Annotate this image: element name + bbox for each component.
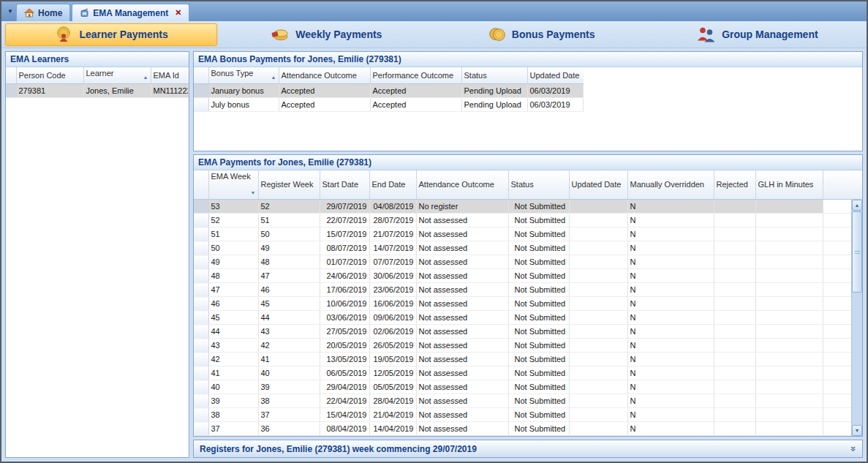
- bonus-payments-button[interactable]: Bonus Payments: [436, 23, 648, 46]
- cell[interactable]: 49: [208, 255, 258, 269]
- cell[interactable]: 08/04/2019: [320, 422, 369, 436]
- table-row[interactable]: 424113/05/201919/05/2019Not assessedNot …: [194, 353, 851, 366]
- cell[interactable]: 29/04/2019: [320, 380, 369, 394]
- row-selector[interactable]: [194, 422, 208, 436]
- cell[interactable]: 37: [258, 408, 320, 422]
- cell[interactable]: [755, 241, 823, 255]
- cell[interactable]: Not Submitted: [508, 408, 569, 422]
- cell[interactable]: [569, 353, 627, 366]
- cell[interactable]: 21/07/2019: [369, 227, 416, 241]
- cell[interactable]: [569, 394, 627, 408]
- cell[interactable]: [569, 422, 627, 436]
- cell[interactable]: 39: [208, 394, 258, 408]
- cell[interactable]: 28/07/2019: [369, 214, 416, 227]
- cell[interactable]: [569, 408, 627, 422]
- table-row[interactable]: 373608/04/201914/04/2019Not assessedNot …: [194, 422, 851, 436]
- scrollbar-down-icon[interactable]: ▼: [852, 425, 862, 436]
- cell[interactable]: 30/06/2019: [369, 269, 416, 283]
- cell[interactable]: N: [627, 408, 714, 422]
- table-row[interactable]: 434220/05/201926/05/2019Not assessedNot …: [194, 339, 851, 353]
- row-selector[interactable]: [194, 394, 208, 408]
- cell[interactable]: 07/07/2019: [369, 255, 416, 269]
- cell[interactable]: 46: [208, 297, 258, 311]
- cell[interactable]: 47: [208, 283, 258, 297]
- cell[interactable]: 36: [258, 422, 320, 436]
- cell[interactable]: [714, 353, 755, 366]
- cell[interactable]: [714, 297, 755, 311]
- row-selector-header[interactable]: [194, 170, 208, 200]
- row-selector[interactable]: [194, 227, 208, 241]
- cell[interactable]: 53: [208, 200, 258, 214]
- cell[interactable]: Not assessed: [416, 255, 508, 269]
- cell[interactable]: [714, 394, 755, 408]
- cell[interactable]: Not Submitted: [508, 269, 569, 283]
- row-selector[interactable]: [194, 408, 208, 422]
- cell[interactable]: [755, 214, 823, 227]
- cell[interactable]: 26/05/2019: [369, 339, 416, 353]
- cell[interactable]: 08/07/2019: [320, 241, 369, 255]
- cell[interactable]: [714, 200, 755, 214]
- cell[interactable]: 51: [208, 227, 258, 241]
- vertical-scrollbar[interactable]: ▲ ▼: [851, 200, 862, 436]
- cell[interactable]: [714, 339, 755, 353]
- row-selector[interactable]: [194, 436, 208, 437]
- cell[interactable]: N: [627, 422, 714, 436]
- row-selector[interactable]: [194, 325, 208, 339]
- table-row[interactable]: 383715/04/201921/04/2019Not assessedNot …: [194, 408, 851, 422]
- column-header-status[interactable]: Status: [508, 170, 569, 200]
- cell[interactable]: [755, 311, 823, 325]
- cell[interactable]: Not assessed: [416, 325, 508, 339]
- row-selector[interactable]: [194, 255, 208, 269]
- cell[interactable]: 02/06/2019: [369, 325, 416, 339]
- column-header-updated-date[interactable]: Updated Date: [527, 67, 584, 84]
- cell[interactable]: N: [627, 325, 714, 339]
- table-row[interactable]: 279381Jones, EmilieMN111222: [6, 84, 189, 98]
- cell[interactable]: No register: [416, 200, 508, 214]
- cell[interactable]: 46: [258, 283, 320, 297]
- cell[interactable]: [714, 422, 755, 436]
- table-row[interactable]: 444327/05/201902/06/2019Not assessedNot …: [194, 325, 851, 339]
- cell[interactable]: [755, 422, 823, 436]
- cell[interactable]: Not Submitted: [508, 283, 569, 297]
- cell[interactable]: 37: [208, 422, 258, 436]
- cell[interactable]: 279381: [16, 84, 83, 98]
- table-row[interactable]: 464510/06/201916/06/2019Not assessedNot …: [194, 297, 851, 311]
- learner-payments-button[interactable]: Learner Payments: [5, 23, 217, 46]
- cell[interactable]: [714, 255, 755, 269]
- cell[interactable]: 22/07/2019: [320, 214, 369, 227]
- cell[interactable]: Not assessed: [416, 339, 508, 353]
- cell[interactable]: 17/06/2019: [320, 283, 369, 297]
- cell[interactable]: Jones, Emilie: [83, 84, 151, 98]
- cell[interactable]: 45: [208, 311, 258, 325]
- row-selector[interactable]: [194, 297, 208, 311]
- cell[interactable]: Not assessed: [416, 380, 508, 394]
- cell[interactable]: Not assessed: [416, 214, 508, 227]
- table-row[interactable]: 363501/04/201907/04/2019Not assessedNot …: [194, 436, 851, 437]
- cell[interactable]: Not Submitted: [508, 422, 569, 436]
- column-header-rejected[interactable]: Rejected: [714, 170, 755, 200]
- cell[interactable]: [569, 200, 627, 214]
- row-selector[interactable]: [194, 366, 208, 380]
- cell[interactable]: 06/05/2019: [320, 366, 369, 380]
- cell[interactable]: N: [627, 380, 714, 394]
- cell[interactable]: 48: [208, 269, 258, 283]
- cell[interactable]: N: [627, 339, 714, 353]
- cell[interactable]: 05/05/2019: [369, 380, 416, 394]
- cell[interactable]: 43: [208, 339, 258, 353]
- cell[interactable]: [755, 255, 823, 269]
- cell[interactable]: 14/07/2019: [369, 241, 416, 255]
- cell[interactable]: 40: [208, 380, 258, 394]
- row-selector[interactable]: [194, 339, 208, 353]
- cell[interactable]: N: [627, 214, 714, 227]
- cell[interactable]: [755, 353, 823, 366]
- cell[interactable]: N: [627, 255, 714, 269]
- cell[interactable]: Not assessed: [416, 311, 508, 325]
- cell[interactable]: 49: [258, 241, 320, 255]
- table-row[interactable]: 525122/07/201928/07/2019Not assessedNot …: [194, 214, 851, 227]
- cell[interactable]: 42: [258, 339, 320, 353]
- cell[interactable]: N: [627, 297, 714, 311]
- cell[interactable]: [569, 339, 627, 353]
- cell[interactable]: January bonus: [208, 84, 279, 98]
- cell[interactable]: Not assessed: [416, 227, 508, 241]
- cell[interactable]: [755, 283, 823, 297]
